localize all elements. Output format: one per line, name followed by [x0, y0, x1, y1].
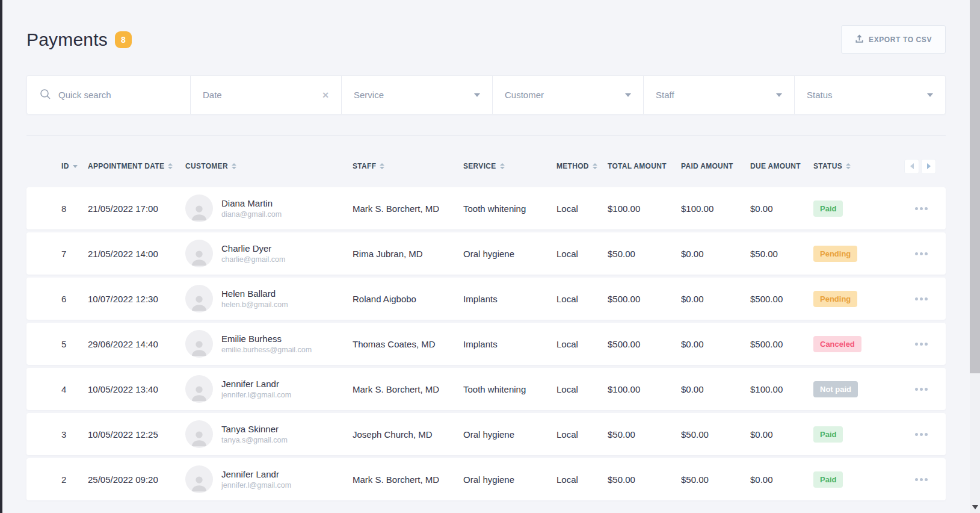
row-staff: Roland Aigbobo — [353, 294, 463, 304]
row-service: Oral hygiene — [463, 474, 556, 485]
clear-date-icon[interactable]: ✕ — [322, 90, 329, 100]
row-paid-amount: $0.00 — [681, 384, 750, 394]
row-service: Implants — [463, 339, 556, 349]
sidebar-edge — [0, 0, 2, 513]
status-badge: Not paid — [813, 381, 858, 397]
customer-name: Emilie Burhess — [221, 334, 312, 344]
row-total-amount: $50.00 — [608, 249, 681, 259]
scrollbar-thumb[interactable] — [970, 0, 980, 373]
export-button-label: EXPORT TO CSV — [869, 36, 932, 44]
row-due-amount: $0.00 — [750, 474, 813, 485]
row-due-amount: $50.00 — [750, 249, 813, 259]
sort-icon — [232, 163, 236, 169]
row-status-cell: Pending — [813, 291, 881, 307]
row-status-cell: Paid — [813, 201, 881, 217]
export-to-csv-button[interactable]: EXPORT TO CSV — [841, 25, 946, 54]
chevron-left-icon — [910, 163, 914, 169]
row-staff: Mark S. Borchert, MD — [353, 474, 463, 485]
row-actions-menu-icon[interactable] — [914, 339, 929, 349]
row-actions-menu-icon[interactable] — [914, 429, 929, 440]
column-header-due-amount: DUE AMOUNT — [750, 162, 813, 170]
page-header: Payments 8 EXPORT TO CSV — [26, 25, 946, 54]
column-header-appointment-date[interactable]: APPOINTMENT DATE — [88, 162, 185, 170]
row-customer: Charlie Dyer charlie@gmail.com — [185, 240, 353, 267]
customer-filter[interactable]: Customer — [493, 76, 644, 114]
column-header-paid-amount: PAID AMOUNT — [681, 162, 750, 170]
row-status-cell: Pending — [813, 246, 881, 262]
pagination-prev-button[interactable] — [904, 159, 919, 174]
payments-page: Payments 8 EXPORT TO CSV Date ✕ — [26, 0, 946, 503]
status-badge: Paid — [813, 471, 843, 488]
row-id: 4 — [61, 384, 88, 394]
row-actions-menu-icon[interactable] — [914, 474, 929, 485]
pagination-next-button[interactable] — [921, 159, 936, 174]
row-due-amount: $0.00 — [750, 429, 813, 440]
scrollbar-down-arrow[interactable] — [970, 505, 980, 509]
quick-search-input[interactable] — [58, 90, 178, 100]
sort-icon — [500, 163, 505, 169]
customer-avatar — [185, 465, 213, 493]
row-service: Tooth whitening — [463, 204, 556, 214]
row-customer: Diana Martin diana@gmail.com — [185, 194, 353, 222]
column-header-customer[interactable]: CUSTOMER — [185, 162, 353, 170]
row-paid-amount: $50.00 — [681, 474, 750, 485]
sort-icon — [380, 163, 384, 169]
row-id: 8 — [61, 204, 88, 214]
row-appointment-date: 25/05/2022 09:20 — [88, 474, 185, 485]
customer-avatar — [185, 375, 213, 403]
vertical-scrollbar[interactable] — [970, 0, 980, 513]
row-method: Local — [556, 384, 608, 394]
status-badge: Pending — [813, 246, 857, 262]
staff-filter[interactable]: Staff — [644, 76, 795, 114]
row-total-amount: $500.00 — [608, 339, 681, 349]
row-appointment-date: 21/05/2022 14:00 — [88, 249, 185, 259]
column-header-status[interactable]: STATUS — [813, 162, 881, 170]
row-paid-amount: $0.00 — [681, 294, 750, 304]
column-header-id[interactable]: ID — [61, 162, 88, 170]
column-header-service[interactable]: SERVICE — [463, 162, 556, 170]
row-total-amount: $500.00 — [608, 294, 681, 304]
row-paid-amount: $0.00 — [681, 339, 750, 349]
quick-search-field[interactable] — [27, 76, 191, 114]
customer-email: diana@gmail.com — [221, 210, 282, 219]
column-header-total-amount: TOTAL AMOUNT — [608, 162, 681, 170]
customer-email: emilie.burhess@gmail.com — [221, 346, 312, 354]
row-method: Local — [556, 429, 608, 440]
customer-email: jennifer.l@gmail.com — [221, 391, 291, 399]
row-actions-menu-icon[interactable] — [914, 384, 929, 394]
row-method: Local — [556, 474, 608, 485]
service-filter[interactable]: Service — [342, 76, 493, 114]
row-paid-amount: $100.00 — [681, 204, 750, 214]
row-staff: Joseph Church, MD — [353, 429, 463, 440]
status-badge: Pending — [813, 291, 857, 307]
column-header-method[interactable]: METHOD — [556, 162, 608, 170]
table-row: 4 10/05/2022 13:40 Jennifer Landr jennif… — [26, 368, 946, 410]
row-method: Local — [556, 294, 608, 304]
table-row: 6 10/07/2022 12:30 Helen Ballard helen.b… — [26, 278, 946, 320]
export-icon — [855, 34, 864, 45]
row-actions-menu-icon[interactable] — [914, 294, 929, 304]
column-header-staff[interactable]: STAFF — [353, 162, 463, 170]
row-method: Local — [556, 204, 608, 214]
customer-email: jennifer.l@gmail.com — [221, 481, 291, 490]
table-header: ID APPOINTMENT DATE CUSTOMER STAFF SERVI… — [26, 155, 946, 178]
row-paid-amount: $50.00 — [681, 429, 750, 440]
row-due-amount: $500.00 — [750, 294, 813, 304]
customer-email: helen.b@gmail.com — [221, 300, 288, 309]
date-filter[interactable]: Date ✕ — [191, 76, 342, 114]
row-appointment-date: 10/05/2022 13:40 — [88, 384, 185, 394]
customer-name: Diana Martin — [221, 198, 282, 208]
customer-filter-label: Customer — [505, 90, 625, 100]
sort-icon — [593, 163, 597, 169]
row-status-cell: Paid — [813, 471, 881, 488]
customer-name: Tanya Skinner — [221, 424, 288, 434]
row-method: Local — [556, 249, 608, 259]
row-actions-menu-icon[interactable] — [914, 204, 929, 214]
section-divider — [26, 135, 946, 136]
row-total-amount: $100.00 — [608, 384, 681, 394]
chevron-down-icon — [625, 93, 631, 97]
status-filter[interactable]: Status — [795, 76, 945, 114]
row-actions-menu-icon[interactable] — [914, 249, 929, 259]
row-total-amount: $50.00 — [608, 474, 681, 485]
status-badge: Paid — [813, 426, 843, 443]
